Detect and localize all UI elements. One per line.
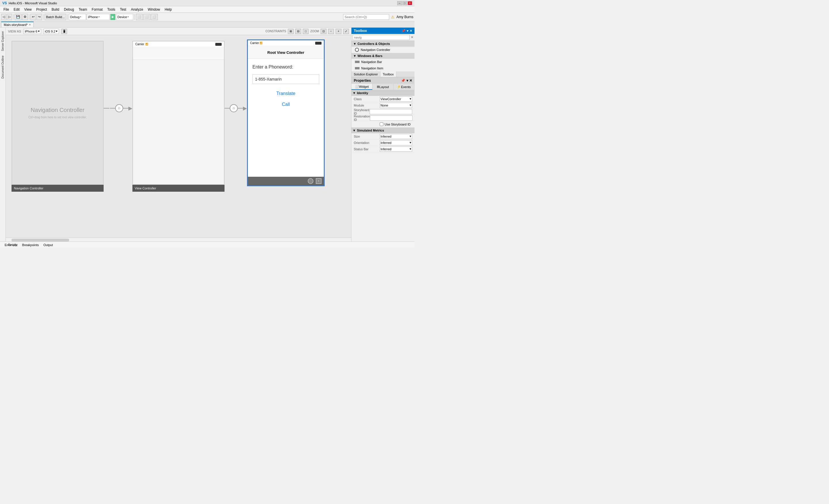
root-carrier: Carrier xyxy=(250,41,259,45)
toolbox-search-input[interactable] xyxy=(353,35,409,40)
toolbar-misc-3[interactable]: ⬜ xyxy=(151,14,158,20)
device-dropdown[interactable]: iPhone ▾ xyxy=(87,14,110,20)
status-bar: Error List Breakpoints Output Ready xyxy=(0,242,414,248)
layout-tab[interactable]: ⊞ Layout xyxy=(372,84,394,90)
menu-window[interactable]: Window xyxy=(145,7,163,12)
debug-config-dropdown[interactable]: Debug ▾ xyxy=(69,14,86,20)
toolbox-section-controllers: ▼ Controllers & Objects Navigation Contr… xyxy=(352,41,414,53)
properties-close-btn[interactable]: ✕ xyxy=(409,79,412,83)
root-vc-content: Enter a Phoneword: Translate Call xyxy=(248,59,324,177)
status-bar-label: Status Bar xyxy=(354,147,380,151)
sol-toolbox-tabs: Solution Explorer Toolbox xyxy=(352,71,414,77)
call-button[interactable]: Call xyxy=(252,102,319,107)
left-sidebar: Server Explorer Document Outline xyxy=(0,28,6,242)
toolbar-misc-2[interactable]: ⬜ xyxy=(143,14,150,20)
output-tab[interactable]: Output xyxy=(41,242,55,248)
toolbox-item-nav-controller[interactable]: Navigation Controller xyxy=(352,47,414,53)
toolbox-item-nav-bar[interactable]: Navigation Bar xyxy=(352,59,414,65)
root-nav-title: Root View Controller xyxy=(248,46,324,59)
zoom-fit-btn[interactable]: ⊡ xyxy=(321,29,326,34)
menu-team[interactable]: Team xyxy=(76,7,89,12)
right-panel: Toolbox 📌 ▾ ✕ ✕ ▼ Controllers & Objects … xyxy=(351,28,414,242)
search-input[interactable] xyxy=(343,14,389,20)
toolbar-undo-button[interactable]: ↩ xyxy=(31,14,36,20)
ios-version-dropdown[interactable]: iOS 9.2 ▾ xyxy=(43,29,59,34)
zoom-in-btn[interactable]: + xyxy=(336,29,341,34)
constraints-btn-2[interactable]: ⊟ xyxy=(295,29,301,34)
properties-pin-btn[interactable]: 📌 xyxy=(401,79,405,83)
arrow-line-1a xyxy=(104,108,109,109)
constraints-btn-1[interactable]: ⊞ xyxy=(288,29,294,34)
menu-help[interactable]: Help xyxy=(163,7,174,12)
phoneword-input[interactable] xyxy=(252,74,319,84)
document-outline-btn[interactable]: Document Outline xyxy=(1,53,5,81)
h-scrollbar[interactable] xyxy=(6,238,351,242)
arrow-left-line xyxy=(110,108,115,109)
toolbox-tab[interactable]: Toolbox xyxy=(381,71,396,77)
run-device-dropdown[interactable]: Device ▾ xyxy=(116,14,133,20)
toolbar-misc-1[interactable]: ⬜ xyxy=(136,14,143,20)
identity-section-header[interactable]: ▼ Identity xyxy=(352,90,414,96)
restoration-id-input[interactable] xyxy=(370,115,412,120)
tab-close-button[interactable]: ✕ xyxy=(29,23,31,26)
storyboard-id-input[interactable] xyxy=(370,109,412,114)
use-storyboard-id-checkbox[interactable] xyxy=(380,122,384,126)
tab-label: Main.storyboard* xyxy=(4,23,28,27)
server-explorer-btn[interactable]: Server Explorer xyxy=(1,29,5,53)
class-dropdown[interactable]: ViewController ▾ xyxy=(380,97,412,102)
menu-debug[interactable]: Debug xyxy=(62,7,76,12)
minimize-button[interactable]: ─ xyxy=(397,1,402,5)
simulated-metrics-header[interactable]: ▼ Simulated Metrics xyxy=(352,128,414,133)
windows-section-header[interactable]: ▼ Windows & Bars xyxy=(352,53,414,59)
h-scroll-thumb[interactable] xyxy=(11,239,69,242)
tab-main-storyboard[interactable]: Main.storyboard* ✕ xyxy=(1,22,34,27)
iphone-model-dropdown[interactable]: iPhone 6 ▾ xyxy=(23,29,41,34)
controllers-section-header[interactable]: ▼ Controllers & Objects xyxy=(352,41,414,47)
menu-analyze[interactable]: Analyze xyxy=(129,7,146,12)
menu-view[interactable]: View xyxy=(22,7,34,12)
translate-button[interactable]: Translate xyxy=(252,91,319,96)
menu-edit[interactable]: Edit xyxy=(11,7,22,12)
toolbar-back-button[interactable]: ◁ xyxy=(1,14,6,20)
zoom-label: ZOOM xyxy=(310,30,319,33)
toolbar-save-all-button[interactable]: ⚙ xyxy=(22,14,28,20)
toolbar-save-button[interactable]: 💾 xyxy=(15,14,22,20)
orientation-dropdown[interactable]: Inferred ▾ xyxy=(380,140,412,145)
close-button[interactable]: ✕ xyxy=(407,1,412,5)
arrow-circle-2: □ xyxy=(230,104,238,112)
zoom-expand-btn[interactable]: ⤢ xyxy=(343,29,349,34)
status-bar-dropdown[interactable]: Inferred ▾ xyxy=(380,146,412,152)
module-dropdown[interactable]: None ▾ xyxy=(380,103,412,108)
canvas-phone-icon[interactable]: 📱 xyxy=(61,29,67,34)
solution-explorer-tab[interactable]: Solution Explorer xyxy=(352,71,381,77)
maximize-button[interactable]: □ xyxy=(402,1,407,5)
events-tab[interactable]: ⚡ Events xyxy=(394,84,414,90)
menu-build[interactable]: Build xyxy=(49,7,62,12)
toolbox-close-btn[interactable]: ✕ xyxy=(409,29,412,33)
menu-test[interactable]: Test xyxy=(118,7,129,12)
toolbox-pin-btn[interactable]: 📌 xyxy=(402,29,405,33)
tab-bar: Main.storyboard* ✕ xyxy=(0,21,414,28)
root-wifi-icon: 📶 xyxy=(260,42,262,44)
size-dropdown[interactable]: Inferred ▾ xyxy=(380,134,412,139)
breakpoints-tab[interactable]: Breakpoints xyxy=(20,242,41,248)
toolbar-redo-button[interactable]: ↪ xyxy=(37,14,42,20)
toolbox-item-nav-item[interactable]: Navigation Item xyxy=(352,65,414,71)
view-as-label: VIEW AS xyxy=(8,30,21,33)
canvas-area[interactable]: Navigation Controller Ctrl+drag from her… xyxy=(6,35,351,242)
properties-dropdown-btn[interactable]: ▾ xyxy=(406,79,408,83)
toolbox-clear-btn[interactable]: ✕ xyxy=(411,35,413,39)
menu-tools[interactable]: Tools xyxy=(105,7,118,12)
menu-project[interactable]: Project xyxy=(34,7,49,12)
menu-format[interactable]: Format xyxy=(89,7,105,12)
constraints-btn-3[interactable]: □ xyxy=(303,29,309,34)
toolbar-forward-button[interactable]: ▷ xyxy=(7,14,12,20)
orientation-label: Orientation xyxy=(354,141,380,144)
menu-file[interactable]: File xyxy=(1,7,11,12)
toolbox-dropdown-btn[interactable]: ▾ xyxy=(407,29,408,33)
widget-tab[interactable]: ⬜ Widget xyxy=(352,84,372,90)
zoom-out-btn[interactable]: − xyxy=(328,29,334,34)
batch-build-button[interactable]: Batch Build... xyxy=(45,14,66,20)
storyboard-id-row: Storyboard ID xyxy=(352,109,414,115)
run-button[interactable]: ▶ xyxy=(110,14,115,20)
